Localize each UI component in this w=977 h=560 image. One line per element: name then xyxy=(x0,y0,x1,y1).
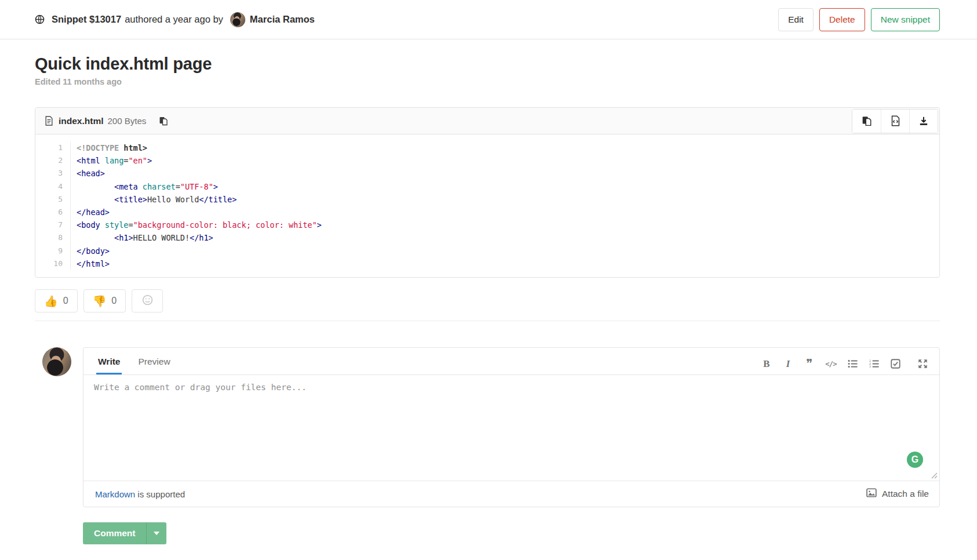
code-text: </html> xyxy=(71,257,110,270)
edit-button[interactable]: Edit xyxy=(778,8,813,31)
code-text: </head> xyxy=(71,206,110,219)
code-text: <html lang="en"> xyxy=(71,154,152,167)
file-holder: index.html 200 Bytes xyxy=(35,107,940,278)
code-line: 5 <title>Hello World</title> xyxy=(35,193,939,206)
line-number[interactable]: 7 xyxy=(35,219,71,231)
file-header: index.html 200 Bytes xyxy=(35,108,939,134)
line-number[interactable]: 9 xyxy=(35,245,71,257)
code-text: <h1>HELLO WORLD!</h1> xyxy=(71,231,213,244)
snippet-actions: Edit Delete New snippet xyxy=(778,8,940,31)
editor-body: G xyxy=(83,375,939,481)
file-name: index.html xyxy=(59,116,104,126)
copy-contents-icon[interactable] xyxy=(852,110,881,133)
markdown-toolbar: B I ❞ </> 123 xyxy=(761,358,928,374)
award-emoji-block: 👍 0 👎 0 xyxy=(35,289,940,312)
italic-icon[interactable]: I xyxy=(783,358,793,369)
author-name-link[interactable]: Marcia Ramos xyxy=(250,14,315,25)
attach-file-button[interactable]: Attach a file xyxy=(866,488,929,500)
thumbs-down-button[interactable]: 👎 0 xyxy=(83,289,126,312)
code-text: <meta charset="UTF-8"> xyxy=(71,180,218,193)
code-line: 2<html lang="en"> xyxy=(35,154,939,167)
title-block: Quick index.html page Edited 11 months a… xyxy=(35,54,940,86)
resize-handle[interactable] xyxy=(931,472,938,479)
code-line: 10</html> xyxy=(35,257,939,270)
line-number[interactable]: 3 xyxy=(35,167,71,180)
comment-form-row: Write Preview B I ❞ </> 123 xyxy=(35,347,940,507)
line-number[interactable]: 4 xyxy=(35,180,71,193)
submit-row: Comment xyxy=(35,522,940,551)
bullet-list-icon[interactable] xyxy=(847,358,858,369)
open-raw-icon[interactable] xyxy=(881,110,909,133)
thumbs-up-icon: 👍 xyxy=(44,296,58,307)
numbered-list-icon[interactable]: 123 xyxy=(869,358,879,369)
comment-dropdown-toggle[interactable] xyxy=(146,522,166,544)
line-number[interactable]: 5 xyxy=(35,193,71,206)
svg-text:3: 3 xyxy=(869,365,871,368)
line-number[interactable]: 8 xyxy=(35,231,71,244)
snippet-meta-header: Snippet $13017 authored a year ago by Ma… xyxy=(0,0,977,39)
notes-divider xyxy=(35,321,940,321)
file-size: 200 Bytes xyxy=(108,116,147,126)
line-number[interactable]: 2 xyxy=(35,154,71,167)
code-icon[interactable]: </> xyxy=(826,358,836,369)
thumbs-up-count: 0 xyxy=(63,296,68,306)
document-icon xyxy=(45,116,53,126)
tab-preview[interactable]: Preview xyxy=(136,349,172,374)
authored-text: authored a year ago by xyxy=(125,14,223,25)
code-text: <head> xyxy=(71,167,105,180)
line-number[interactable]: 1 xyxy=(35,141,71,154)
delete-button[interactable]: Delete xyxy=(819,8,865,31)
bold-icon[interactable]: B xyxy=(761,358,772,369)
code-line: 1<!DOCTYPE html> xyxy=(35,141,939,154)
editor-footer: Markdown is supported Attach a file xyxy=(83,481,939,507)
fullscreen-icon[interactable] xyxy=(917,358,928,369)
line-number[interactable]: 10 xyxy=(35,257,71,270)
add-reaction-button[interactable] xyxy=(132,289,163,312)
smiley-icon xyxy=(142,294,153,307)
thumbs-down-count: 0 xyxy=(111,296,117,306)
editor-tab-bar: Write Preview B I ❞ </> 123 xyxy=(83,348,939,375)
current-user-avatar xyxy=(42,347,71,376)
markdown-link[interactable]: Markdown xyxy=(95,489,135,499)
markdown-supported-text: Markdown is supported xyxy=(95,489,185,499)
snippet-id: Snippet $13017 xyxy=(52,14,121,25)
code-text: </body> xyxy=(71,245,110,257)
grammarly-icon[interactable]: G xyxy=(907,452,923,468)
comment-button[interactable]: Comment xyxy=(83,522,166,544)
earth-icon xyxy=(35,14,45,24)
page-title: Quick index.html page xyxy=(35,54,940,74)
image-icon xyxy=(866,488,877,500)
comment-button-label[interactable]: Comment xyxy=(83,522,146,544)
snippet-page: Snippet $13017 authored a year ago by Ma… xyxy=(0,0,977,551)
author-avatar xyxy=(230,12,245,27)
code-text: <body style="background-color: black; co… xyxy=(71,219,322,231)
code-line: 3<head> xyxy=(35,167,939,180)
attach-file-label: Attach a file xyxy=(882,489,929,499)
download-icon[interactable] xyxy=(909,110,938,133)
code-line: 4 <meta charset="UTF-8"> xyxy=(35,180,939,193)
edited-timestamp: Edited 11 months ago xyxy=(35,77,940,86)
new-snippet-button[interactable]: New snippet xyxy=(871,8,940,31)
code-line: 8 <h1>HELLO WORLD!</h1> xyxy=(35,231,939,244)
file-actions-group xyxy=(852,109,938,133)
thumbs-up-button[interactable]: 👍 0 xyxy=(35,289,78,312)
copy-file-path-icon[interactable] xyxy=(157,114,170,128)
tab-write[interactable]: Write xyxy=(96,349,122,374)
code-text: <title>Hello World</title> xyxy=(71,193,237,206)
task-list-icon[interactable] xyxy=(890,358,900,369)
chevron-down-icon xyxy=(154,532,159,535)
comment-textarea[interactable] xyxy=(83,375,939,481)
code-line: 7<body style="background-color: black; c… xyxy=(35,219,939,231)
snippet-meta: Snippet $13017 authored a year ago by Ma… xyxy=(35,12,315,27)
line-number[interactable]: 6 xyxy=(35,206,71,219)
code-viewer: 1<!DOCTYPE html>2<html lang="en">3<head>… xyxy=(35,134,939,277)
markdown-editor: Write Preview B I ❞ </> 123 xyxy=(83,347,940,507)
code-line: 6</head> xyxy=(35,206,939,219)
thumbs-down-icon: 👎 xyxy=(93,296,107,307)
quote-icon[interactable]: ❞ xyxy=(804,358,815,369)
code-text: <!DOCTYPE html> xyxy=(71,141,147,154)
code-lines: 1<!DOCTYPE html>2<html lang="en">3<head>… xyxy=(35,141,939,270)
code-line: 9</body> xyxy=(35,245,939,257)
